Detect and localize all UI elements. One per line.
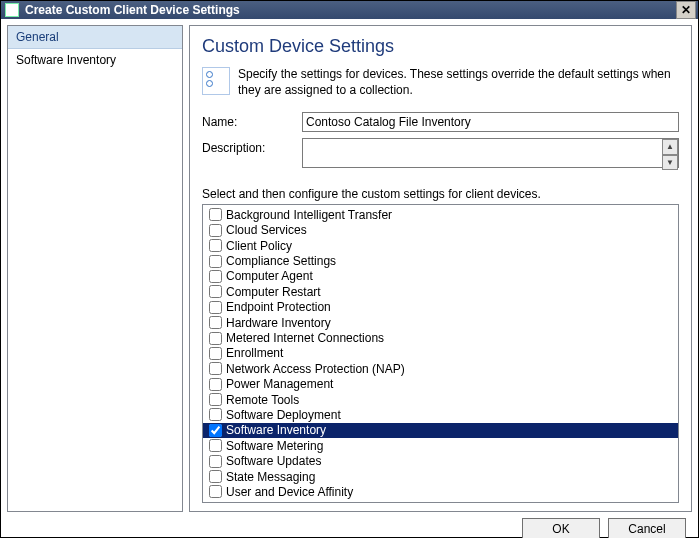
settings-list-label: Select and then configure the custom set… bbox=[202, 187, 679, 201]
settings-row-label: Compliance Settings bbox=[226, 254, 336, 268]
settings-checkbox[interactable] bbox=[209, 208, 222, 221]
settings-row-label: Computer Restart bbox=[226, 285, 321, 299]
cancel-button[interactable]: Cancel bbox=[608, 518, 686, 538]
settings-checkbox[interactable] bbox=[209, 332, 222, 345]
settings-row[interactable]: Endpoint Protection bbox=[203, 300, 678, 315]
settings-row[interactable]: Cloud Services bbox=[203, 223, 678, 238]
settings-row[interactable]: Hardware Inventory bbox=[203, 315, 678, 330]
settings-checkbox[interactable] bbox=[209, 224, 222, 237]
settings-row-label: Software Deployment bbox=[226, 408, 341, 422]
app-icon bbox=[5, 3, 19, 17]
settings-row-label: Client Policy bbox=[226, 239, 292, 253]
name-label: Name: bbox=[202, 112, 302, 129]
name-row: Name: bbox=[202, 112, 679, 132]
settings-checkbox[interactable] bbox=[209, 239, 222, 252]
description-scrollbar: ▲ ▼ bbox=[662, 139, 678, 170]
settings-row[interactable]: Client Policy bbox=[203, 238, 678, 253]
page-heading: Custom Device Settings bbox=[202, 36, 679, 57]
nav-item-software-inventory[interactable]: Software Inventory bbox=[8, 49, 182, 71]
settings-row-label: Enrollment bbox=[226, 346, 283, 360]
dialog-window: Create Custom Client Device Settings ✕ G… bbox=[0, 0, 699, 538]
settings-row-label: Computer Agent bbox=[226, 269, 313, 283]
settings-icon bbox=[202, 67, 230, 95]
settings-row-label: Background Intelligent Transfer bbox=[226, 208, 392, 222]
close-button[interactable]: ✕ bbox=[676, 1, 696, 19]
settings-row[interactable]: Compliance Settings bbox=[203, 253, 678, 268]
dialog-body: GeneralSoftware Inventory Custom Device … bbox=[1, 19, 698, 518]
description-row: Description: ▲ ▼ bbox=[202, 138, 679, 171]
settings-listbox[interactable]: Background Intelligent TransferCloud Ser… bbox=[202, 204, 679, 502]
settings-row-label: Metered Internet Connections bbox=[226, 331, 384, 345]
window-title: Create Custom Client Device Settings bbox=[25, 3, 676, 17]
nav-item-general[interactable]: General bbox=[8, 26, 182, 49]
settings-row[interactable]: Power Management bbox=[203, 376, 678, 391]
settings-row[interactable]: Software Deployment bbox=[203, 407, 678, 422]
settings-row[interactable]: User and Device Affinity bbox=[203, 484, 678, 499]
settings-checkbox[interactable] bbox=[209, 362, 222, 375]
settings-row[interactable]: Software Metering bbox=[203, 438, 678, 453]
scroll-down-button[interactable]: ▼ bbox=[662, 155, 678, 171]
settings-row[interactable]: Enrollment bbox=[203, 346, 678, 361]
settings-checkbox[interactable] bbox=[209, 470, 222, 483]
settings-checkbox[interactable] bbox=[209, 408, 222, 421]
description-label: Description: bbox=[202, 138, 302, 155]
settings-row[interactable]: Computer Restart bbox=[203, 284, 678, 299]
close-icon: ✕ bbox=[681, 4, 691, 16]
settings-row[interactable]: State Messaging bbox=[203, 469, 678, 484]
intro-row: Specify the settings for devices. These … bbox=[202, 67, 679, 98]
settings-checkbox[interactable] bbox=[209, 485, 222, 498]
settings-checkbox[interactable] bbox=[209, 316, 222, 329]
settings-row[interactable]: Remote Tools bbox=[203, 392, 678, 407]
settings-row[interactable]: Background Intelligent Transfer bbox=[203, 207, 678, 222]
intro-text: Specify the settings for devices. These … bbox=[238, 67, 679, 98]
settings-checkbox[interactable] bbox=[209, 285, 222, 298]
settings-row-label: Cloud Services bbox=[226, 223, 307, 237]
settings-checkbox[interactable] bbox=[209, 301, 222, 314]
settings-row-label: User and Device Affinity bbox=[226, 485, 353, 499]
settings-row-label: Remote Tools bbox=[226, 393, 299, 407]
settings-row-label: Power Management bbox=[226, 377, 333, 391]
settings-row-label: Endpoint Protection bbox=[226, 300, 331, 314]
settings-checkbox[interactable] bbox=[209, 439, 222, 452]
dialog-footer: OK Cancel bbox=[1, 518, 698, 538]
settings-row-label: Network Access Protection (NAP) bbox=[226, 362, 405, 376]
settings-row-label: Software Updates bbox=[226, 454, 321, 468]
settings-row[interactable]: Network Access Protection (NAP) bbox=[203, 361, 678, 376]
settings-row[interactable]: Software Updates bbox=[203, 453, 678, 468]
settings-checkbox[interactable] bbox=[209, 455, 222, 468]
titlebar[interactable]: Create Custom Client Device Settings ✕ bbox=[1, 1, 698, 19]
description-input[interactable] bbox=[302, 138, 679, 168]
settings-row[interactable]: Metered Internet Connections bbox=[203, 330, 678, 345]
settings-checkbox[interactable] bbox=[209, 378, 222, 391]
settings-row[interactable]: Software Inventory bbox=[203, 423, 678, 438]
settings-row-label: Software Inventory bbox=[226, 423, 326, 437]
settings-row[interactable]: Computer Agent bbox=[203, 269, 678, 284]
scroll-up-button[interactable]: ▲ bbox=[662, 139, 678, 155]
settings-row-label: State Messaging bbox=[226, 470, 315, 484]
settings-checkbox[interactable] bbox=[209, 270, 222, 283]
main-pane: Custom Device Settings Specify the setti… bbox=[189, 25, 692, 512]
name-input[interactable] bbox=[302, 112, 679, 132]
settings-checkbox[interactable] bbox=[209, 424, 222, 437]
nav-pane: GeneralSoftware Inventory bbox=[7, 25, 183, 512]
settings-checkbox[interactable] bbox=[209, 393, 222, 406]
settings-row-label: Hardware Inventory bbox=[226, 316, 331, 330]
settings-checkbox[interactable] bbox=[209, 255, 222, 268]
settings-row-label: Software Metering bbox=[226, 439, 323, 453]
ok-button[interactable]: OK bbox=[522, 518, 600, 538]
settings-checkbox[interactable] bbox=[209, 347, 222, 360]
